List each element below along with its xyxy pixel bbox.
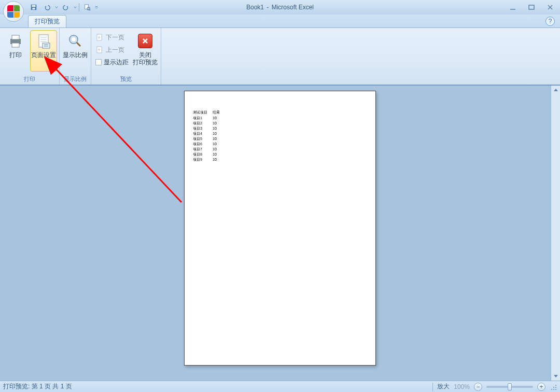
minus-icon: − xyxy=(476,383,480,390)
cell: 10 xyxy=(213,136,225,142)
print-button[interactable]: 打印 xyxy=(2,30,29,72)
magnifier-icon xyxy=(67,33,83,49)
ribbon-group-zoom: 显示比例 显示比例 xyxy=(60,28,91,85)
show-margins-label: 显示边距 xyxy=(104,58,129,67)
svg-rect-3 xyxy=(85,5,89,9)
minimize-button[interactable] xyxy=(506,3,520,12)
redo-icon xyxy=(62,4,69,11)
cell: 10 xyxy=(213,157,225,162)
qat-redo-button[interactable] xyxy=(60,2,72,13)
minimize-icon xyxy=(509,4,516,11)
svg-point-14 xyxy=(19,40,20,41)
cell: 项目1 xyxy=(193,116,213,121)
printer-icon xyxy=(7,33,24,49)
zoom-label[interactable]: 放大 xyxy=(437,382,450,391)
office-logo-icon xyxy=(7,5,20,18)
zoom-slider[interactable] xyxy=(486,386,533,388)
tab-print-preview[interactable]: 打印预览 xyxy=(28,15,66,27)
resize-grip-icon xyxy=(551,384,557,390)
svg-line-24 xyxy=(77,43,80,46)
arrow-down-page-icon xyxy=(95,33,104,41)
ribbon-group-print-title: 打印 xyxy=(2,75,57,85)
arrow-up-page-icon xyxy=(95,46,104,54)
svg-rect-1 xyxy=(32,5,36,7)
tab-label: 打印预览 xyxy=(35,17,60,26)
cell: 项目8 xyxy=(193,152,213,157)
cell: 10 xyxy=(213,121,225,126)
svg-rect-12 xyxy=(12,35,19,39)
svg-point-35 xyxy=(555,389,556,390)
app-name: Microsoft Excel xyxy=(272,4,314,11)
status-separator xyxy=(432,383,433,391)
svg-point-32 xyxy=(555,387,556,388)
zoom-in-button[interactable]: + xyxy=(537,383,545,391)
quick-access-toolbar xyxy=(28,0,98,15)
ribbon-group-zoom-title: 显示比例 xyxy=(62,75,89,85)
page-setup-button-label: 页面设置 xyxy=(31,51,56,59)
close-window-button[interactable] xyxy=(543,3,557,12)
next-page-button[interactable]: 下一页 xyxy=(93,31,131,44)
close-icon xyxy=(547,4,554,11)
cell: 10 xyxy=(213,142,225,147)
chevron-down-icon xyxy=(55,5,58,9)
scroll-track[interactable] xyxy=(551,95,560,371)
svg-point-31 xyxy=(553,387,554,388)
window-title: Book1 - Microsoft Excel xyxy=(246,4,314,11)
close-preview-label-1: 关闭 xyxy=(133,51,158,59)
chevron-up-icon xyxy=(553,88,558,93)
qat-undo-dropdown[interactable] xyxy=(55,6,58,9)
page-setup-button[interactable]: 页面设置 xyxy=(30,30,57,72)
svg-point-34 xyxy=(553,389,554,390)
maximize-icon xyxy=(528,4,535,11)
chevron-down-icon xyxy=(95,5,98,9)
ribbon-group-print: 打印 页面设置 打印 xyxy=(0,28,60,85)
cell: 10 xyxy=(213,126,225,131)
next-page-label: 下一页 xyxy=(106,33,124,42)
qat-undo-button[interactable] xyxy=(41,2,53,13)
checkbox-icon xyxy=(95,59,102,65)
svg-line-5 xyxy=(89,9,90,10)
office-orb-button[interactable] xyxy=(3,1,24,22)
maximize-button[interactable] xyxy=(525,3,538,12)
preview-workspace: 测试项目 结果 项目110 项目210 项目310 项目410 项目510 项目… xyxy=(0,85,560,381)
scroll-up-button[interactable] xyxy=(551,86,560,95)
zoom-button-label: 显示比例 xyxy=(63,51,88,59)
svg-rect-19 xyxy=(43,43,50,48)
preview-page[interactable]: 测试项目 结果 项目110 项目210 项目310 项目410 项目510 项目… xyxy=(184,91,376,366)
cell: 项目9 xyxy=(193,157,213,162)
chevron-down-icon xyxy=(553,373,558,379)
qat-redo-dropdown[interactable] xyxy=(74,6,77,9)
chevron-down-icon xyxy=(74,5,77,9)
close-preview-button[interactable]: 关闭 打印预览 xyxy=(132,30,159,72)
cell: 项目7 xyxy=(193,147,213,152)
preview-data-table: 测试项目 结果 项目110 项目210 项目310 项目410 项目510 项目… xyxy=(193,110,225,162)
zoom-button[interactable]: 显示比例 xyxy=(62,30,89,72)
qat-save-button[interactable] xyxy=(28,2,39,13)
undo-icon xyxy=(44,4,51,11)
col-header-1: 结果 xyxy=(213,110,225,116)
col-header-0: 测试项目 xyxy=(193,110,213,116)
prev-page-label: 上一页 xyxy=(106,46,124,54)
ribbon-tabs: 打印预览 ? xyxy=(0,15,560,28)
close-preview-label-2: 打印预览 xyxy=(133,59,158,66)
svg-point-33 xyxy=(551,389,552,390)
zoom-out-button[interactable]: − xyxy=(474,383,482,391)
save-icon xyxy=(30,4,37,11)
ribbon: 打印 页面设置 打印 显示比例 显示比例 xyxy=(0,28,560,85)
scroll-down-button[interactable] xyxy=(551,371,560,381)
svg-rect-13 xyxy=(12,43,19,47)
help-button[interactable]: ? xyxy=(545,17,555,26)
prev-page-button[interactable]: 上一页 xyxy=(93,44,131,56)
help-icon: ? xyxy=(549,18,552,25)
cell: 10 xyxy=(213,152,225,157)
qat-customize-dropdown[interactable] xyxy=(95,6,98,9)
show-margins-checkbox[interactable]: 显示边距 xyxy=(93,56,131,68)
svg-rect-2 xyxy=(32,8,35,10)
cell: 项目6 xyxy=(193,142,213,147)
cell: 项目4 xyxy=(193,131,213,136)
vertical-scrollbar[interactable] xyxy=(551,86,560,381)
qat-print-preview-button[interactable] xyxy=(81,2,93,13)
zoom-slider-thumb[interactable] xyxy=(508,383,512,390)
cell: 10 xyxy=(213,131,225,136)
resize-grip[interactable] xyxy=(550,383,557,390)
